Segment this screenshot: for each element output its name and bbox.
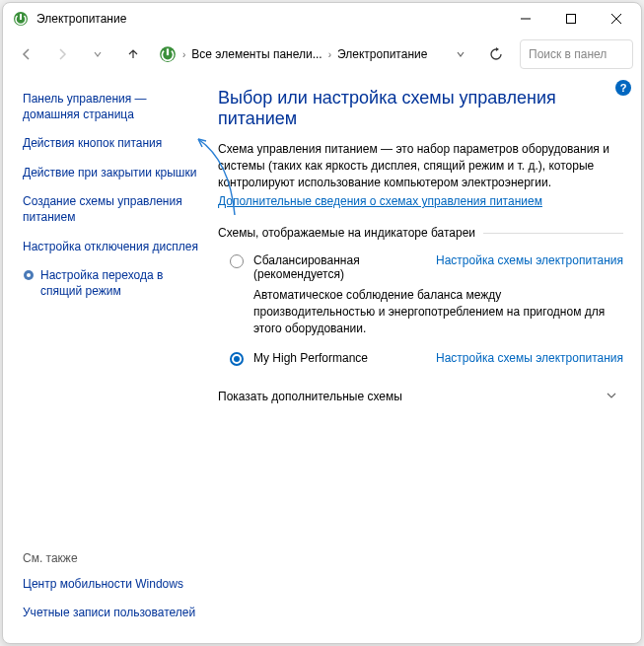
plan-name[interactable]: Сбалансированная (рекомендуется) bbox=[253, 253, 436, 281]
sidebar: Панель управления — домашняя страница Де… bbox=[3, 74, 208, 643]
breadcrumb-item[interactable]: Электропитание bbox=[337, 47, 427, 61]
address-dropdown[interactable] bbox=[445, 38, 476, 70]
search-placeholder: Поиск в панел bbox=[529, 47, 607, 61]
breadcrumb-item[interactable]: Все элементы панели... bbox=[191, 47, 322, 61]
app-icon bbox=[13, 11, 29, 27]
address-bar[interactable]: › Все элементы панели... › Электропитани… bbox=[153, 38, 441, 70]
recent-button[interactable] bbox=[82, 38, 113, 70]
help-icon[interactable]: ? bbox=[615, 80, 631, 96]
up-button[interactable] bbox=[117, 38, 149, 70]
search-input[interactable]: Поиск в панел bbox=[520, 39, 633, 69]
sidebar-link-power-buttons[interactable]: Действия кнопок питания bbox=[23, 136, 200, 152]
svg-rect-3 bbox=[567, 15, 576, 24]
chevron-right-icon: › bbox=[328, 49, 331, 60]
minimize-button[interactable] bbox=[503, 4, 548, 34]
content: Панель управления — домашняя страница Де… bbox=[3, 74, 641, 643]
sidebar-link-sleep[interactable]: Настройка перехода в спящий режим bbox=[23, 268, 200, 299]
sidebar-link-create-plan[interactable]: Создание схемы управления питанием bbox=[23, 194, 200, 225]
sidebar-see-also-mobility[interactable]: Центр мобильности Windows bbox=[23, 577, 200, 593]
plan-name[interactable]: My High Performance bbox=[253, 351, 368, 365]
learn-more-link[interactable]: Дополнительные сведения о схемах управле… bbox=[218, 194, 542, 208]
sidebar-link-display-off[interactable]: Настройка отключения дисплея bbox=[23, 240, 200, 255]
svg-rect-1 bbox=[20, 14, 22, 20]
forward-button[interactable] bbox=[46, 38, 78, 70]
maximize-button[interactable] bbox=[548, 4, 594, 34]
plans-group-label: Схемы, отображаемые на индикаторе батаре… bbox=[218, 226, 623, 240]
window-title: Электропитание bbox=[36, 12, 503, 26]
expand-label: Показать дополнительные схемы bbox=[218, 390, 402, 403]
see-also-label: См. также bbox=[23, 551, 200, 565]
window-buttons bbox=[503, 4, 639, 34]
window: Электропитание › Все элементы панели... … bbox=[2, 2, 642, 644]
page-heading: Выбор или настройка схемы управления пит… bbox=[218, 88, 623, 129]
plan-balanced: Сбалансированная (рекомендуется) Настрой… bbox=[218, 253, 623, 336]
svg-point-9 bbox=[27, 273, 31, 277]
navbar: › Все элементы панели... › Электропитани… bbox=[3, 35, 641, 74]
page-description: Схема управления питанием — это набор па… bbox=[218, 141, 623, 190]
chevron-down-icon bbox=[606, 390, 617, 404]
main-panel: ? Выбор или настройка схемы управления п… bbox=[208, 74, 641, 643]
radio-balanced[interactable] bbox=[230, 254, 244, 268]
plan-high-performance: My High Performance Настройка схемы элек… bbox=[218, 351, 623, 366]
chevron-right-icon: › bbox=[182, 49, 185, 60]
titlebar: Электропитание bbox=[3, 3, 641, 35]
sidebar-home[interactable]: Панель управления — домашняя страница bbox=[23, 92, 200, 122]
sidebar-see-also-users[interactable]: Учетные записи пользователей bbox=[23, 606, 200, 621]
sidebar-link-lid-close[interactable]: Действие при закрытии крышки bbox=[23, 166, 200, 181]
address-icon bbox=[159, 45, 177, 63]
radio-high-performance[interactable] bbox=[230, 352, 244, 366]
back-button[interactable] bbox=[11, 38, 42, 70]
plan-description: Автоматическое соблюдение баланса между … bbox=[253, 287, 623, 336]
plan-settings-link[interactable]: Настройка схемы электропитания bbox=[436, 253, 623, 267]
close-button[interactable] bbox=[594, 4, 639, 34]
refresh-button[interactable] bbox=[480, 38, 512, 70]
shield-icon bbox=[23, 269, 35, 286]
svg-rect-7 bbox=[167, 48, 169, 55]
plan-settings-link[interactable]: Настройка схемы электропитания bbox=[436, 351, 623, 365]
expand-plans[interactable]: Показать дополнительные схемы bbox=[218, 390, 623, 404]
sidebar-link-sleep-label: Настройка перехода в спящий режим bbox=[40, 268, 200, 299]
